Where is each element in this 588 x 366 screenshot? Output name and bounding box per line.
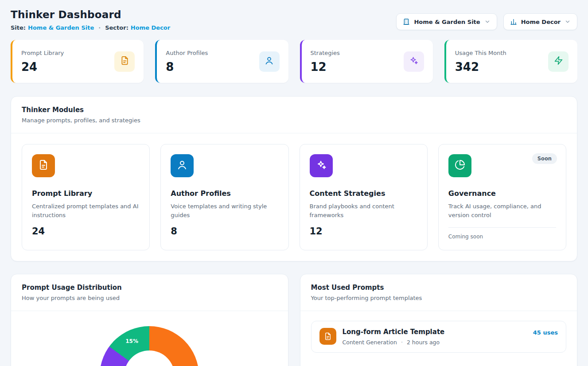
stat-text: Usage This Month 342 [455,50,506,74]
header-selectors: Home & Garden Site Home Decor [396,13,577,30]
module-description: Brand playbooks and content frameworks [310,202,417,219]
pie-chart-icon [455,160,465,172]
coming-soon-text: Coming soon [448,234,556,240]
stat-icon-tile [404,51,424,72]
module-description: Voice templates and writing style guides [171,202,278,219]
stats-row: Prompt Library 24 Author Profiles 8 Stra… [11,40,577,83]
usage-donut-chart: 15% [100,326,199,366]
chart-area: 15% [11,311,288,366]
user-icon [265,56,274,67]
prompt-category: Content Generation [343,339,397,346]
sector-link[interactable]: Home Decor [131,24,170,31]
stat-icon-tile [548,51,569,72]
stat-text: Prompt Library 24 [21,50,64,74]
module-icon-tile [32,154,55,177]
chevron-down-icon [565,19,571,25]
module-card-content-strategies[interactable]: Content Strategies Brand playbooks and c… [300,144,428,250]
soon-badge: Soon [532,153,557,164]
usage-panel-header: Prompt Usage Distribution How your promp… [11,274,288,311]
dot-separator: · [401,339,403,346]
prompt-info: Long-form Article Template Content Gener… [343,328,527,346]
document-icon [38,160,49,172]
module-description: Centralized prompt templates and AI inst… [32,202,140,219]
stat-value: 12 [311,60,340,74]
prompts-panel-header: Most Used Prompts Your top-performing pr… [300,274,577,311]
divider [448,227,556,228]
stat-card-strategies: Strategies 12 [300,40,433,83]
module-icon-tile [448,154,471,177]
stat-card-prompt-library: Prompt Library 24 [11,40,144,83]
stat-value: 24 [21,60,64,74]
usage-panel-title: Prompt Usage Distribution [22,284,277,292]
prompt-meta: Content Generation · 2 hours ago [343,339,527,346]
thinker-modules-panel: Thinker Modules Manage prompts, profiles… [11,96,577,261]
chevron-down-icon [484,19,491,25]
stat-text: Strategies 12 [311,50,340,74]
module-title: Content Strategies [310,189,417,198]
module-icon-tile [310,154,333,177]
module-title: Prompt Library [32,189,140,198]
module-title: Governance [448,189,556,198]
page-title: Thinker Dashboard [11,9,170,20]
site-sector-breadcrumb: Site: Home & Garden Site · Sector: Home … [11,24,170,31]
stat-label: Strategies [311,50,340,56]
module-count: 24 [32,226,140,237]
page-header: Thinker Dashboard Site: Home & Garden Si… [11,9,577,31]
stat-card-author-profiles: Author Profiles 8 [155,40,288,83]
stat-value: 342 [455,60,506,74]
stat-value: 8 [166,60,208,74]
usage-panel-subtitle: How your prompts are being used [22,295,277,301]
module-description: Track AI usage, compliance, and version … [448,202,556,219]
sparkle-star-icon [316,160,327,172]
donut-slice-label: 15% [125,338,138,344]
stat-text: Author Profiles 8 [166,50,208,74]
site-selector-button[interactable]: Home & Garden Site [396,13,497,30]
bar-chart-icon [510,18,517,25]
stat-label: Author Profiles [166,50,208,56]
modules-grid: Prompt Library Centralized prompt templa… [11,133,577,261]
prompt-title: Long-form Article Template [343,328,527,336]
sparkle-star-icon [409,56,418,67]
dashboard-page: Thinker Dashboard Site: Home & Garden Si… [0,0,588,366]
lightning-icon [554,56,563,67]
document-icon [120,56,129,67]
prompt-uses-badge: 45 uses [533,329,558,336]
prompts-panel-subtitle: Your top-performing prompt templates [311,295,567,301]
modules-panel-header: Thinker Modules Manage prompts, profiles… [11,97,577,133]
bottom-row: Prompt Usage Distribution How your promp… [11,274,577,366]
sector-selector-label: Home Decor [521,19,561,25]
site-label: Site: [11,24,26,31]
module-card-prompt-library[interactable]: Prompt Library Centralized prompt templa… [22,144,150,250]
most-used-prompts-panel: Most Used Prompts Your top-performing pr… [300,274,578,366]
stat-label: Usage This Month [455,50,506,56]
module-card-governance[interactable]: Soon Governance Track AI usage, complian… [438,144,566,250]
site-selector-label: Home & Garden Site [414,19,480,25]
site-link[interactable]: Home & Garden Site [28,24,94,31]
modules-panel-title: Thinker Modules [22,106,566,114]
modules-panel-subtitle: Manage prompts, profiles, and strategies [22,117,566,124]
stat-icon-tile [114,51,135,72]
module-count: 8 [171,226,278,237]
module-icon-tile [171,154,194,177]
stat-label: Prompt Library [21,50,64,56]
prompts-panel-title: Most Used Prompts [311,284,567,292]
building-icon [403,18,410,25]
document-icon [319,328,336,345]
module-card-author-profiles[interactable]: Author Profiles Voice templates and writ… [160,144,288,250]
prompt-time: 2 hours ago [407,339,440,346]
sector-label: Sector: [105,24,129,31]
list-item-prompt[interactable]: Long-form Article Template Content Gener… [311,321,567,353]
module-title: Author Profiles [171,189,278,198]
header-left: Thinker Dashboard Site: Home & Garden Si… [11,9,170,31]
prompt-usage-panel: Prompt Usage Distribution How your promp… [11,274,288,366]
sector-selector-button[interactable]: Home Decor [503,13,577,30]
user-icon [177,160,187,172]
prompt-list: Long-form Article Template Content Gener… [300,311,577,362]
stat-icon-tile [259,51,280,72]
stat-card-usage: Usage This Month 342 [444,40,577,83]
dot-separator: · [98,24,101,31]
module-count: 12 [310,226,417,237]
